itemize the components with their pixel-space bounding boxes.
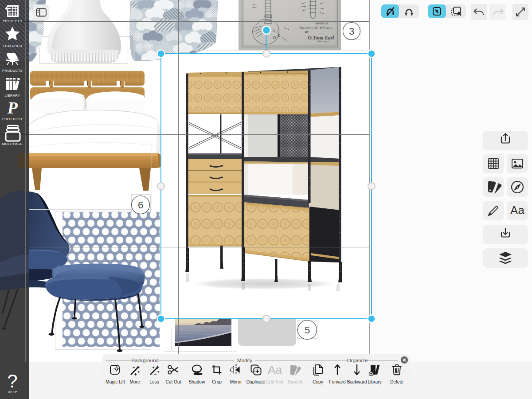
svg-text:Library: Library [368, 379, 382, 384]
svg-text:Delete: Delete [390, 379, 403, 384]
svg-text:PINTEREST: PINTEREST [2, 117, 23, 121]
svg-text:5: 5 [305, 325, 310, 336]
svg-text:Organize: Organize [347, 358, 368, 363]
svg-text:INVENTOR.: INVENTOR. [316, 22, 329, 25]
svg-text:PROJECTS: PROJECTS [3, 19, 22, 23]
svg-text:P: P [7, 98, 18, 117]
svg-text:Aa: Aa [268, 363, 282, 376]
svg-text:FEATURED: FEATURED [3, 44, 22, 48]
svg-text:MULTIPAGE: MULTIPAGE [2, 142, 23, 146]
svg-text:Duplicate: Duplicate [246, 379, 266, 384]
svg-text:Theodore M. MªCarty: Theodore M. MªCarty [299, 26, 332, 30]
svg-text:More: More [129, 379, 140, 384]
svg-text:LIBRARY: LIBRARY [4, 94, 20, 98]
svg-text:?: ? [7, 371, 17, 391]
svg-text:Edit Text: Edit Text [266, 379, 284, 384]
svg-text:Cut Out: Cut Out [165, 379, 181, 384]
svg-text:3: 3 [349, 26, 354, 37]
svg-text:BY: BY [305, 31, 309, 33]
svg-text:Copy: Copy [313, 379, 324, 384]
svg-text:Aa: Aa [510, 203, 524, 217]
svg-text:Forward: Forward [329, 379, 346, 384]
svg-text:PRODUCTS: PRODUCTS [2, 69, 23, 73]
svg-text:Crop: Crop [212, 379, 222, 384]
svg-text:6: 6 [138, 200, 143, 211]
svg-text:Modify: Modify [237, 358, 252, 363]
svg-text:Attorneys: Attorneys [317, 39, 329, 43]
svg-text:Less: Less [149, 379, 159, 384]
svg-text:Mirror: Mirror [230, 379, 242, 384]
svg-text:HELP: HELP [8, 390, 17, 394]
svg-text:Magic Lift: Magic Lift [106, 379, 125, 384]
svg-text:Swatch: Swatch [287, 379, 302, 384]
svg-text:Backward: Backward [347, 379, 367, 384]
svg-text:Shadow: Shadow [189, 379, 205, 384]
svg-text:Background: Background [131, 358, 158, 363]
